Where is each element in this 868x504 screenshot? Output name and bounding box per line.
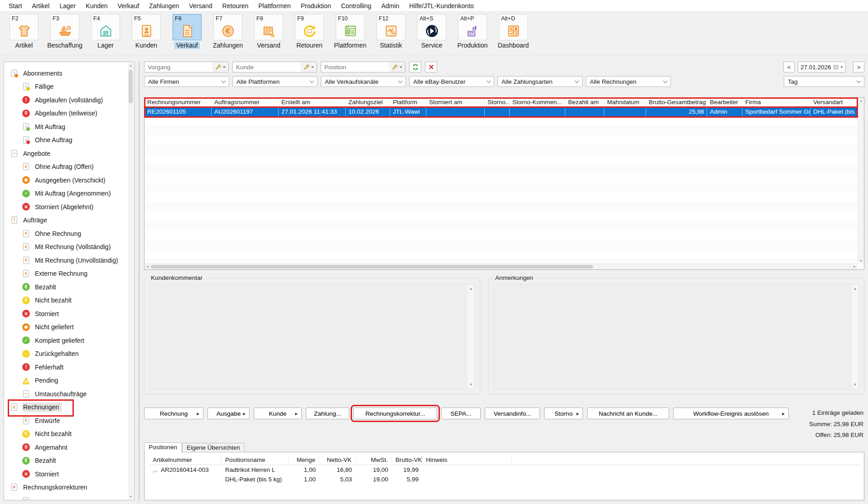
column-header[interactable]: Rechnungsnummer xyxy=(145,98,212,106)
toolbar-button[interactable]: F5 Kunden xyxy=(126,14,167,55)
search-position-input[interactable] xyxy=(321,64,389,71)
scroll-down-icon[interactable] xyxy=(852,383,858,387)
next-day-button[interactable]: > xyxy=(853,62,864,72)
column-header[interactable]: Versandart xyxy=(810,98,865,106)
menu-item[interactable]: Artikel xyxy=(27,2,55,10)
action-button[interactable]: Ausgabe xyxy=(207,408,250,419)
scrollbar-thumb[interactable] xyxy=(129,70,133,103)
sidebar-item[interactable]: Storniert xyxy=(7,307,127,321)
sidebar-item[interactable]: Bezahlt xyxy=(7,454,127,468)
sidebar-item[interactable]: Nicht bezahlt xyxy=(7,427,127,441)
sidebar-item[interactable]: Mit Rechnung (Vollständig) xyxy=(7,240,127,254)
scrollbar-thumb[interactable] xyxy=(151,265,593,269)
sidebar-item[interactable]: Aufträge xyxy=(7,214,127,227)
menu-item[interactable]: Kunden xyxy=(81,2,112,10)
sidebar-item[interactable]: Ohne Rechnung xyxy=(7,227,127,240)
column-header[interactable]: Mahndatum xyxy=(604,98,646,106)
search-options-button[interactable] xyxy=(390,62,405,72)
search-vorgang-input[interactable] xyxy=(145,64,212,71)
sidebar-item[interactable]: Angebote xyxy=(7,147,127,160)
toolbar-button[interactable]: F7 € Zahlungen xyxy=(207,14,248,55)
scroll-left-icon[interactable] xyxy=(146,265,149,268)
column-header[interactable]: MwSt. xyxy=(356,456,392,463)
column-header[interactable]: Bearbeiter xyxy=(707,98,743,106)
filter-dropdown[interactable]: Alle Plattformen xyxy=(232,76,318,87)
sidebar-item[interactable]: Nicht bezahlt xyxy=(7,294,127,307)
column-header[interactable]: Brutto-VK xyxy=(392,456,422,463)
action-button[interactable]: Nachricht an Kunde... xyxy=(587,408,669,419)
sidebar-item[interactable]: Zurückgehalten xyxy=(7,347,127,361)
column-header[interactable]: Zahlungsziel xyxy=(346,98,390,106)
action-button[interactable]: Zahlung... xyxy=(306,408,349,419)
sidebar-item[interactable]: Abonnements xyxy=(7,67,127,80)
tab[interactable]: Positionen xyxy=(144,442,182,452)
action-button[interactable]: Workflow-Ereignis auslösen xyxy=(673,408,789,419)
scroll-up-icon[interactable] xyxy=(858,99,864,102)
column-header[interactable]: Artikelnummer xyxy=(149,456,222,463)
sidebar-item[interactable]: Bezahlt xyxy=(7,280,127,294)
toolbar-button[interactable]: F12 % Statistik xyxy=(371,14,411,55)
sidebar-item[interactable]: Rechnungskorrekturen xyxy=(7,481,127,494)
filter-dropdown[interactable]: Alle Firmen xyxy=(144,76,229,87)
sidebar-item[interactable]: Storniert (Abgelehnt) xyxy=(7,200,127,214)
scroll-down-icon[interactable] xyxy=(128,495,134,498)
filter-dropdown[interactable]: Alle Verkaufskanäle xyxy=(321,76,406,87)
sidebar-item[interactable]: Mit Rechnung (Unvollständig) xyxy=(7,254,127,267)
action-button[interactable]: Rechnung xyxy=(144,408,203,419)
toolbar-button[interactable]: F9 Retouren xyxy=(289,14,330,55)
action-button[interactable]: Storno xyxy=(544,408,583,419)
search-kunde-input[interactable] xyxy=(233,64,300,71)
action-button[interactable]: Kunde xyxy=(254,408,302,419)
position-row[interactable]: AR20160414-003 Radtrikot Herren L 1,00 1… xyxy=(149,465,864,475)
menu-item[interactable]: Zahlungen xyxy=(144,2,184,10)
invoice-table-horizontal-scrollbar[interactable] xyxy=(145,264,858,269)
column-header[interactable]: Positionsname xyxy=(222,456,289,463)
toolbar-button[interactable]: Alt+D Dashboard xyxy=(493,14,534,55)
sidebar-item[interactable]: Umtauschaufträge xyxy=(7,387,127,401)
menu-item[interactable]: Admin xyxy=(376,2,405,10)
sidebar-item[interactable]: Nicht geliefert xyxy=(7,321,127,334)
toolbar-button[interactable]: F4 Lager xyxy=(85,14,126,55)
action-button[interactable]: SEPA... xyxy=(441,408,481,419)
menu-item[interactable]: Plattformen xyxy=(253,2,296,10)
column-header[interactable]: Bezahlt am xyxy=(565,98,604,106)
toolbar-button[interactable]: F8 Versand xyxy=(248,14,289,55)
sidebar-item[interactable]: Mit Auftrag (Angenommen) xyxy=(7,187,127,201)
action-button[interactable]: Versandinfo... xyxy=(485,408,540,419)
filter-dropdown[interactable]: Alle Rechnungen xyxy=(586,76,671,87)
column-header[interactable]: Hinweis xyxy=(422,456,512,463)
tab[interactable]: Eigene Übersichten xyxy=(182,443,245,452)
comment-scrollbar[interactable] xyxy=(852,285,858,389)
sidebar-item[interactable]: Ohne Auftrag (Offen) xyxy=(7,160,127,174)
filter-dropdown[interactable]: Alle eBay-Benutzer xyxy=(409,76,494,87)
sidebar-item[interactable]: Fällige xyxy=(7,80,127,94)
menu-item[interactable]: Hilfe/JTL-Kundenkonto xyxy=(404,2,478,10)
menu-item[interactable]: Retouren xyxy=(217,2,254,10)
notes-textarea[interactable] xyxy=(493,284,859,389)
sidebar-item[interactable]: Ausgegeben (Verschickt) xyxy=(7,173,127,187)
action-button[interactable]: Rechnungskorrektur... xyxy=(353,408,437,419)
toolbar-button[interactable]: F10 Plattformen xyxy=(330,14,371,55)
toolbar-button[interactable]: F6 Verkauf xyxy=(167,14,207,55)
sidebar-item[interactable] xyxy=(7,494,127,500)
column-header[interactable]: Plattform xyxy=(390,98,426,106)
menu-item[interactable]: Versand xyxy=(184,2,217,10)
toolbar-button[interactable]: Alt+P Produktion xyxy=(452,14,493,55)
sidebar-item[interactable]: Storniert xyxy=(7,467,127,481)
menu-item[interactable]: Produktion xyxy=(296,2,336,10)
menu-item[interactable]: Verkauf xyxy=(113,2,144,10)
toolbar-button[interactable]: Alt+S Service xyxy=(411,14,452,55)
sidebar-scrollbar[interactable] xyxy=(128,62,134,499)
column-header[interactable]: Brutto-Gesamtbetrag xyxy=(646,98,707,106)
period-dropdown[interactable]: Tag xyxy=(784,76,864,87)
column-header[interactable]: Erstellt am xyxy=(279,98,346,106)
sidebar-item[interactable]: Ohne Auftrag xyxy=(7,134,127,147)
menu-item[interactable]: Controlling xyxy=(336,2,376,10)
sidebar-item[interactable]: Angemahnt xyxy=(7,441,127,454)
scroll-right-icon[interactable] xyxy=(853,265,856,268)
sidebar-splitter[interactable] xyxy=(135,62,144,500)
menu-item[interactable]: Lager xyxy=(54,2,81,10)
toolbar-button[interactable]: F3 Beschaffung xyxy=(44,14,85,55)
column-header[interactable]: Storno-Kommen... xyxy=(510,98,565,106)
column-header[interactable]: Netto-VK xyxy=(319,456,356,463)
